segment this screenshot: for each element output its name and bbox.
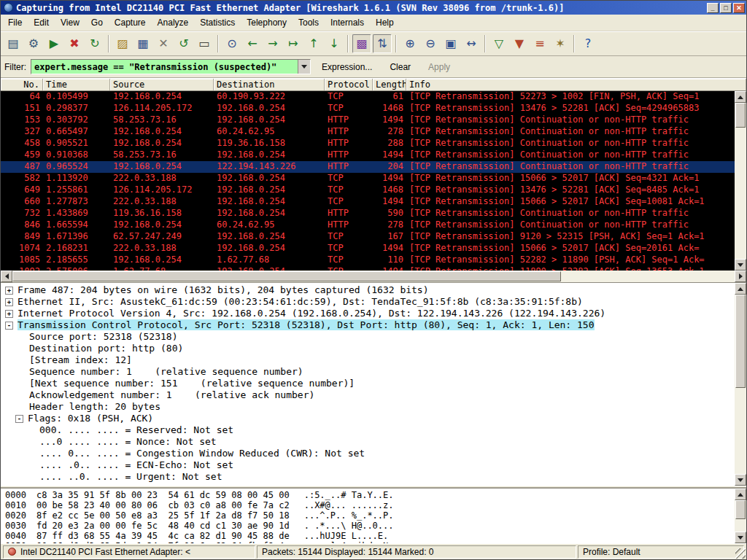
packet-row[interactable]: 6601.277873222.0.33.188192.168.0.254TCP1… xyxy=(1,196,735,208)
detail-line[interactable]: .... 0... .... = Congestion Window Reduc… xyxy=(1,448,735,459)
hex-row[interactable]: 0000c8 3a 35 91 5f 8b 00 23 54 61 dc 59 … xyxy=(5,490,735,500)
go-to-packet-icon[interactable]: ↦ xyxy=(284,34,303,53)
hex-row[interactable]: 004087 ff d3 68 55 4a 39 45 4c ca 82 d1 … xyxy=(5,531,735,541)
scroll-track[interactable] xyxy=(735,128,746,259)
expert-info-icon[interactable] xyxy=(8,548,16,556)
detail-line[interactable]: Destination port: http (80) xyxy=(1,343,735,354)
packet-list-vscrollbar[interactable] xyxy=(735,91,746,271)
save-file-icon[interactable]: ▦ xyxy=(133,34,152,53)
detail-line[interactable]: Sequence number: 1 (relative sequence nu… xyxy=(1,366,735,378)
go-last-icon[interactable]: ↓ xyxy=(325,34,344,53)
detail-line[interactable]: -Flags: 0x18 (PSH, ACK) xyxy=(1,413,735,424)
apply-button[interactable]: Apply xyxy=(422,61,457,74)
detail-line[interactable]: ...0 .... .... = Nonce: Not set xyxy=(1,436,735,448)
resize-grip[interactable] xyxy=(735,548,746,559)
packet-row[interactable]: 1530.30379258.253.73.16192.168.0.254HTTP… xyxy=(1,114,735,126)
maximize-button[interactable]: □ xyxy=(720,3,732,13)
expand-icon[interactable]: + xyxy=(5,298,13,306)
detail-line[interactable]: [Stream index: 12] xyxy=(1,354,735,366)
minimize-button[interactable]: _ xyxy=(707,3,719,13)
detail-line[interactable]: +Internet Protocol Version 4, Src: 192.1… xyxy=(1,308,735,319)
packet-row[interactable]: 4580.905521192.168.0.254119.36.16.158HTT… xyxy=(1,138,735,149)
reload-icon[interactable]: ↺ xyxy=(174,34,193,53)
capture-filter-icon[interactable]: ▽ xyxy=(489,34,508,53)
detail-line[interactable]: +Ethernet II, Src: AsustekC_61:dc:59 (00… xyxy=(1,296,735,308)
packet-list-hscrollbar[interactable] xyxy=(1,271,746,282)
capture-options-icon[interactable]: ⚙ xyxy=(24,34,43,53)
scroll-down-button[interactable] xyxy=(735,532,746,543)
packet-row[interactable]: 10852.185655192.168.0.2541.62.77.68TCP11… xyxy=(1,254,735,266)
menu-file[interactable]: File xyxy=(2,15,28,30)
detail-line[interactable]: .... ..0. .... = Urgent: Not set xyxy=(1,471,735,483)
scroll-up-button[interactable] xyxy=(735,489,746,500)
find-packet-icon[interactable]: ⊙ xyxy=(222,34,241,53)
expand-icon[interactable]: + xyxy=(5,310,13,318)
menu-internals[interactable]: Internals xyxy=(325,15,370,30)
stop-capture-icon[interactable]: ✖ xyxy=(65,34,84,53)
collapse-icon[interactable]: - xyxy=(15,415,23,423)
column-header-length[interactable]: Length xyxy=(373,79,406,90)
column-header-protocol[interactable]: Protocol xyxy=(325,79,373,90)
zoom-normal-icon[interactable]: ▣ xyxy=(441,34,460,53)
expand-icon[interactable]: + xyxy=(5,287,13,295)
packet-row[interactable]: 4590.91036858.253.73.16192.168.0.254HTTP… xyxy=(1,149,735,161)
packet-row[interactable]: 10742.168231222.0.33.188192.168.0.254TCP… xyxy=(1,243,735,254)
menu-view[interactable]: View xyxy=(55,15,85,30)
packet-row[interactable]: 7321.433869119.36.16.158192.168.0.254HTT… xyxy=(1,208,735,219)
expression-button[interactable]: Expression... xyxy=(315,61,379,74)
menu-edit[interactable]: Edit xyxy=(28,15,55,30)
display-filter-icon[interactable]: ▼ xyxy=(510,34,529,53)
restart-capture-icon[interactable]: ↻ xyxy=(85,34,104,53)
menu-go[interactable]: Go xyxy=(85,15,109,30)
scroll-thumb[interactable] xyxy=(12,271,561,281)
packet-row[interactable]: 640.105499192.168.0.25460.190.93.222TCP6… xyxy=(1,91,735,103)
menu-help[interactable]: Help xyxy=(370,15,400,30)
zoom-out-icon[interactable]: ⊖ xyxy=(421,34,440,53)
scroll-thumb[interactable] xyxy=(735,295,746,388)
detail-line[interactable]: -Transmission Control Protocol, Src Port… xyxy=(1,319,735,331)
packet-row[interactable]: 8461.665594192.168.0.25460.24.62.95HTTP2… xyxy=(1,219,735,231)
packet-row[interactable]: 5821.113920222.0.33.188192.168.0.254TCP1… xyxy=(1,173,735,184)
scroll-right-button[interactable] xyxy=(735,271,746,282)
help-icon[interactable]: ? xyxy=(578,34,597,53)
collapse-icon[interactable]: - xyxy=(5,322,13,330)
start-capture-icon[interactable]: ▶ xyxy=(44,34,63,53)
detail-line[interactable]: .... .0.. .... = ECN-Echo: Not set xyxy=(1,459,735,471)
zoom-in-icon[interactable]: ⊕ xyxy=(400,34,419,53)
scroll-up-button[interactable] xyxy=(735,91,746,103)
clear-button[interactable]: Clear xyxy=(383,61,417,74)
packet-row[interactable]: 1510.298377126.114.205.172192.168.0.254T… xyxy=(1,103,735,114)
menu-capture[interactable]: Capture xyxy=(109,15,152,30)
go-forward-icon[interactable]: → xyxy=(263,34,282,53)
detail-line[interactable]: Header length: 20 bytes xyxy=(1,401,735,413)
detail-line[interactable]: [Next sequence number: 151 (relative seq… xyxy=(1,378,735,389)
scroll-down-button[interactable] xyxy=(735,259,746,271)
packet-row[interactable]: 6491.255861126.114.205.172192.168.0.254T… xyxy=(1,184,735,196)
filter-dropdown-button[interactable] xyxy=(298,60,310,74)
detail-line[interactable]: Source port: 52318 (52318) xyxy=(1,331,735,343)
hex-row[interactable]: 0030fd 20 e3 2a 00 00 fe 5c 48 40 cd c1 … xyxy=(5,521,735,531)
close-button[interactable]: ✕ xyxy=(733,3,745,13)
packet-row[interactable]: 3270.665497192.168.0.25460.24.62.95HTTP2… xyxy=(1,126,735,138)
open-file-icon[interactable]: ▨ xyxy=(113,34,132,53)
go-back-icon[interactable]: ← xyxy=(243,34,262,53)
menu-analyze[interactable]: Analyze xyxy=(152,15,195,30)
scroll-track[interactable] xyxy=(735,519,746,532)
scroll-track[interactable] xyxy=(12,271,735,282)
filter-input[interactable] xyxy=(31,60,298,74)
hex-row[interactable]: 001000 be 58 23 40 00 80 06 cb 03 c0 a8 … xyxy=(5,500,735,510)
resize-columns-icon[interactable]: ↔ xyxy=(462,34,481,53)
colorize-toggle-icon[interactable]: ▩ xyxy=(352,34,371,53)
column-header-source[interactable]: Source xyxy=(110,79,214,90)
status-profile-panel[interactable]: Profile: Default xyxy=(578,545,744,559)
details-vscrollbar[interactable] xyxy=(735,283,746,486)
detail-line[interactable]: 000. .... .... = Reserved: Not set xyxy=(1,424,735,436)
scroll-down-button[interactable] xyxy=(735,474,746,486)
scroll-up-button[interactable] xyxy=(735,283,746,295)
scroll-thumb[interactable] xyxy=(735,500,746,519)
scroll-left-button[interactable] xyxy=(1,271,12,282)
list-interfaces-icon[interactable]: ▤ xyxy=(4,34,23,53)
go-first-icon[interactable]: ↑ xyxy=(304,34,323,53)
detail-line[interactable]: Acknowledgement number: 1 (relative ack … xyxy=(1,389,735,401)
scroll-thumb[interactable] xyxy=(735,103,746,128)
